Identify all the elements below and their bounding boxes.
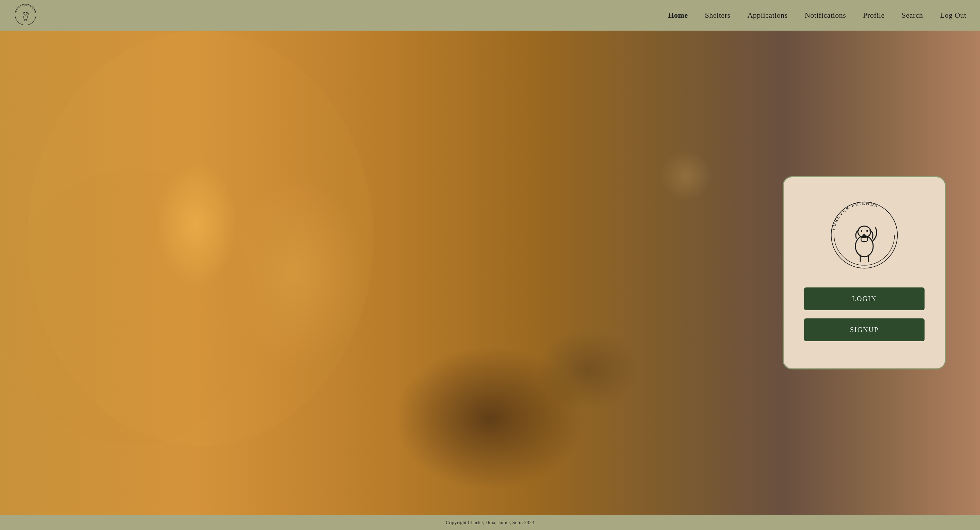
nav-item-search[interactable]: Search xyxy=(902,11,923,20)
svg-point-12 xyxy=(856,236,873,257)
nav-item-shelters[interactable]: Shelters xyxy=(705,11,730,20)
nav-item-home[interactable]: Home xyxy=(668,11,688,20)
nav-logo[interactable]: FUREVER FRIENDS xyxy=(14,3,37,28)
signup-button[interactable]: SIGNUP xyxy=(804,318,924,341)
copyright-text: Copyright Charlie, Dina, Jamie, Selin 20… xyxy=(446,520,534,525)
nav-link-profile[interactable]: Profile xyxy=(863,11,885,19)
svg-text:FUREVER FRIENDS: FUREVER FRIENDS xyxy=(830,201,879,231)
nav-link-logout[interactable]: Log Out xyxy=(940,11,966,19)
nav-item-logout[interactable]: Log Out xyxy=(940,11,966,20)
nav-item-profile[interactable]: Profile xyxy=(863,11,885,20)
hero-content: FUREVER FRIENDS xyxy=(0,31,980,515)
svg-point-2 xyxy=(24,14,27,19)
nav-links: Home Shelters Applications Notifications… xyxy=(668,11,966,20)
nav-link-search[interactable]: Search xyxy=(902,11,923,19)
card-logo: FUREVER FRIENDS xyxy=(827,198,902,274)
nav-link-notifications[interactable]: Notifications xyxy=(805,11,846,19)
navbar: FUREVER FRIENDS Home xyxy=(0,0,980,31)
nav-item-applications[interactable]: Applications xyxy=(747,11,788,20)
nav-link-shelters[interactable]: Shelters xyxy=(705,11,730,19)
nav-link-home[interactable]: Home xyxy=(668,11,688,19)
nav-link-applications[interactable]: Applications xyxy=(747,11,788,19)
login-card: FUREVER FRIENDS xyxy=(783,176,946,370)
hero-section: FUREVER FRIENDS xyxy=(0,31,980,515)
card-buttons: LOGIN SIGNUP xyxy=(804,287,924,341)
svg-point-19 xyxy=(866,230,868,232)
login-button[interactable]: LOGIN xyxy=(804,287,924,310)
nav-item-notifications[interactable]: Notifications xyxy=(805,11,846,20)
footer: Copyright Charlie, Dina, Jamie, Selin 20… xyxy=(0,515,980,530)
svg-point-17 xyxy=(863,234,865,236)
svg-point-18 xyxy=(861,230,862,232)
